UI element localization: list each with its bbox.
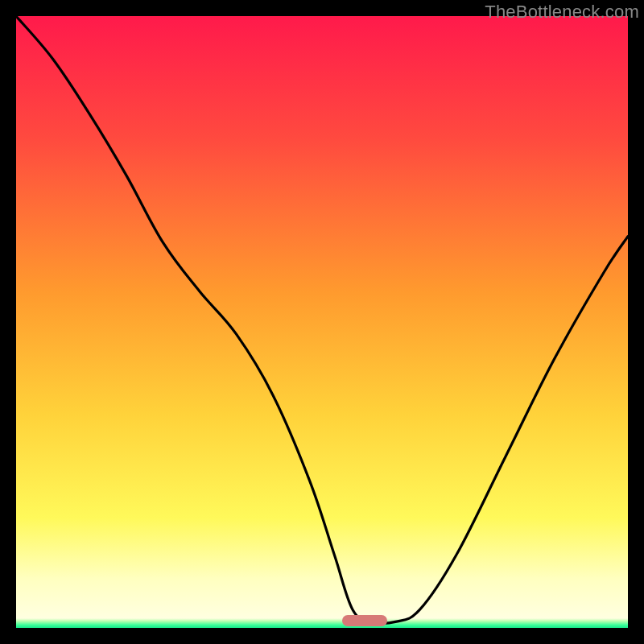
bottleneck-curve-path: [16, 16, 628, 623]
watermark-text: TheBottleneck.com: [485, 2, 639, 23]
chart-frame: [16, 16, 628, 628]
optimal-range-marker: [342, 615, 387, 626]
bottleneck-curve-svg: [16, 16, 628, 628]
